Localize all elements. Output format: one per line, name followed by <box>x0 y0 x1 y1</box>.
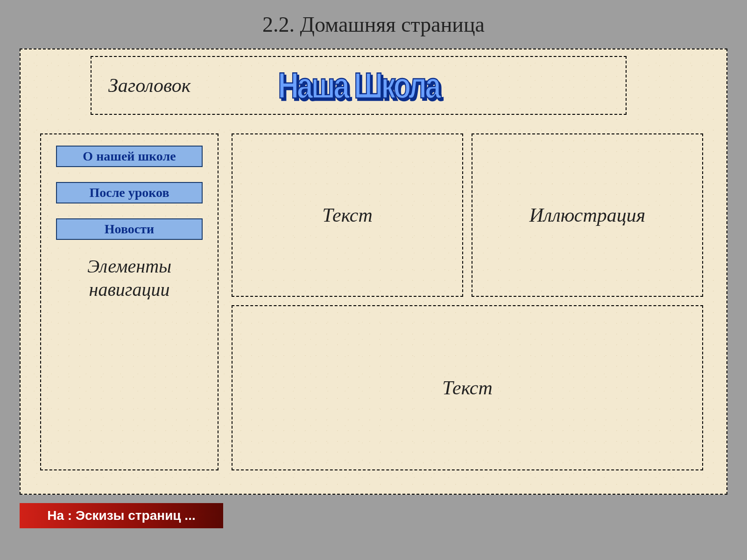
layout-canvas: Заголовок Наша Школа Наша Школа О нашей … <box>20 49 727 495</box>
nav-button-after-lessons[interactable]: После уроков <box>56 182 203 203</box>
nav-caption-line2: навигации <box>89 279 170 300</box>
goto-sketches-button[interactable]: На : Эскизы страниц ... <box>20 503 223 528</box>
text-label-2: Текст <box>442 377 493 399</box>
nav-caption-line1: Элементы <box>87 256 171 277</box>
navigation-caption: Элементы навигации <box>41 255 218 301</box>
page-title: 2.2. Домашняя страница <box>0 0 747 37</box>
text-label-1: Текст <box>322 204 373 226</box>
header-label: Заголовок <box>92 74 190 97</box>
navigation-region: О нашей школе После уроков Новости Элеме… <box>40 133 218 470</box>
text-region-2: Текст <box>232 305 703 470</box>
illustration-label: Иллюстрация <box>529 204 646 226</box>
nav-button-about[interactable]: О нашей школе <box>56 146 203 167</box>
text-region-1: Текст <box>232 133 463 297</box>
header-region: Заголовок Наша Школа Наша Школа <box>91 56 627 115</box>
wordart-front: Наша Школа <box>278 65 439 106</box>
wordart-title: Наша Школа Наша Школа <box>278 69 439 102</box>
nav-button-news[interactable]: Новости <box>56 218 203 240</box>
illustration-region: Иллюстрация <box>472 133 703 297</box>
